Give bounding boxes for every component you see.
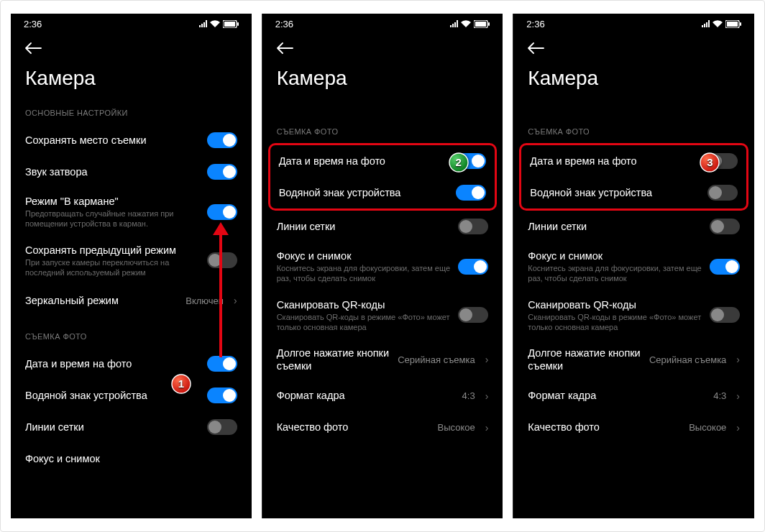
back-button[interactable]	[262, 34, 503, 57]
signal-icon	[450, 20, 458, 27]
step-badge-3: 3	[699, 152, 720, 173]
back-button[interactable]	[513, 34, 754, 57]
toggle-grid[interactable]	[458, 219, 488, 234]
svg-rect-7	[475, 22, 486, 27]
statusbar: 2:36	[11, 14, 252, 34]
value: 4:3	[462, 390, 475, 401]
signal-icon	[199, 20, 207, 27]
row-long-press[interactable]: Долгое нажатие кнопки съемки Серийная съ…	[262, 339, 503, 380]
sublabel: Сканировать QR-коды в режиме «Фото» може…	[528, 313, 702, 333]
row-focus-shoot[interactable]: Фокус и снимок Коснитесь экрана для фоку…	[513, 242, 754, 291]
step-badge-1: 1	[170, 373, 192, 395]
row-scan-qr[interactable]: Сканировать QR-коды Сканировать QR-коды …	[262, 291, 503, 340]
toggle-qr[interactable]	[458, 307, 488, 323]
row-grid-lines[interactable]: Линии сетки	[11, 411, 252, 443]
value: Серийная съемка	[649, 354, 726, 365]
row-focus-shoot[interactable]: Фокус и снимок Коснитесь экрана для фоку…	[262, 242, 503, 291]
toggle-shutter-sound[interactable]	[207, 164, 237, 180]
battery-icon	[223, 20, 239, 28]
status-icons	[450, 20, 490, 28]
label: Водяной знак устройства	[279, 186, 449, 199]
row-frame-format[interactable]: Формат кадра 4:3 ›	[262, 380, 503, 412]
label: Сканировать QR-коды	[528, 298, 702, 311]
value: Высокое	[689, 422, 726, 433]
sublabel: Коснитесь экрана для фокусировки, затем …	[277, 264, 452, 284]
toggle-watermark[interactable]	[707, 185, 738, 201]
page-title: Камера	[11, 57, 252, 106]
row-focus-shoot[interactable]: Фокус и снимок	[11, 443, 252, 474]
row-photo-quality[interactable]: Качество фото Высокое ›	[262, 412, 503, 444]
toggle-save-location[interactable]	[207, 132, 237, 148]
sublabel: При запуске камеры переключиться на посл…	[25, 258, 200, 278]
section-photo: СЪЕМКА ФОТО	[513, 124, 754, 143]
statusbar: 2:36	[513, 14, 754, 34]
status-time: 2:36	[526, 19, 544, 29]
chevron-right-icon: ›	[485, 422, 489, 434]
signal-icon	[702, 20, 710, 27]
status-icons	[702, 20, 741, 28]
label: Дата и время на фото	[530, 155, 700, 168]
svg-rect-2	[237, 22, 239, 26]
toggle-grid[interactable]	[207, 419, 237, 435]
step-badge-2: 2	[448, 152, 469, 173]
label: Дата и время на фото	[279, 155, 449, 168]
label: Дата и время на фото	[25, 357, 200, 370]
chevron-right-icon: ›	[736, 354, 740, 365]
badge-number: 2	[448, 152, 469, 173]
svg-rect-12	[740, 22, 741, 26]
sublabel: Коснитесь экрана для фокусировки, затем …	[528, 264, 702, 284]
label: Долгое нажатие кнопки съемки	[528, 347, 642, 372]
row-grid-lines[interactable]: Линии сетки	[262, 211, 503, 242]
label: Звук затвора	[25, 165, 200, 178]
phone-screen-2: 2:36 Камера СЪЕМКА ФОТО Дата и время на …	[262, 14, 503, 518]
toggle-focus[interactable]	[458, 259, 488, 275]
toggle-pocket-mode[interactable]	[207, 204, 237, 220]
row-frame-format[interactable]: Формат кадра 4:3 ›	[513, 380, 754, 412]
battery-icon	[474, 20, 490, 28]
battery-icon	[725, 20, 741, 28]
value: Серийная съемка	[398, 354, 475, 365]
label: Формат кадра	[528, 389, 706, 402]
sublabel: Сканировать QR-коды в режиме «Фото» може…	[277, 313, 452, 333]
label: Сканировать QR-коды	[277, 298, 452, 311]
chevron-right-icon: ›	[234, 295, 237, 306]
toggle-grid[interactable]	[710, 219, 740, 234]
label: Формат кадра	[277, 389, 455, 402]
phone-screen-3: 2:36 Камера СЪЕМКА ФОТО Дата и время на …	[513, 14, 754, 518]
label: Качество фото	[528, 421, 682, 434]
value: Высокое	[437, 422, 475, 433]
label: Сохранять место съемки	[25, 134, 200, 147]
row-watermark[interactable]: Водяной знак устройства	[270, 177, 495, 208]
row-shutter-sound[interactable]: Звук затвора	[11, 156, 252, 188]
row-grid-lines[interactable]: Линии сетки	[513, 211, 754, 242]
badge-number: 1	[170, 373, 192, 395]
toggle-watermark[interactable]	[456, 185, 486, 201]
badge-number: 3	[699, 152, 720, 173]
back-button[interactable]	[11, 34, 252, 57]
toggle-qr[interactable]	[710, 307, 740, 323]
row-long-press[interactable]: Долгое нажатие кнопки съемки Серийная съ…	[513, 339, 754, 380]
svg-rect-8	[488, 22, 490, 26]
scroll-up-arrow	[213, 222, 229, 362]
row-watermark[interactable]: Водяной знак устройства	[11, 380, 252, 411]
chevron-right-icon: ›	[736, 422, 740, 434]
toggle-watermark[interactable]	[207, 387, 237, 403]
sublabel: Предотвращать случайные нажатия при поме…	[25, 209, 200, 229]
label: Линии сетки	[277, 220, 452, 233]
row-save-location[interactable]: Сохранять место съемки	[11, 124, 252, 156]
phone-screen-1: 2:36 Камера ОСНОВНЫЕ НАСТРОЙКИ Сохранять…	[11, 14, 252, 518]
chevron-right-icon: ›	[736, 390, 740, 402]
value: 4:3	[713, 390, 726, 401]
row-photo-quality[interactable]: Качество фото Высокое ›	[513, 412, 754, 444]
label: Зеркальный режим	[25, 294, 178, 307]
label: Режим "В кармане"	[25, 195, 200, 208]
toggle-focus[interactable]	[710, 259, 740, 275]
label: Фокус и снимок	[277, 249, 452, 262]
row-watermark[interactable]: Водяной знак устройства	[521, 177, 746, 208]
wifi-icon	[461, 20, 471, 27]
page-title: Камера	[513, 57, 754, 106]
status-time: 2:36	[24, 19, 42, 29]
label: Фокус и снимок	[528, 249, 702, 262]
row-scan-qr[interactable]: Сканировать QR-коды Сканировать QR-коды …	[513, 291, 754, 340]
svg-rect-1	[224, 22, 235, 27]
